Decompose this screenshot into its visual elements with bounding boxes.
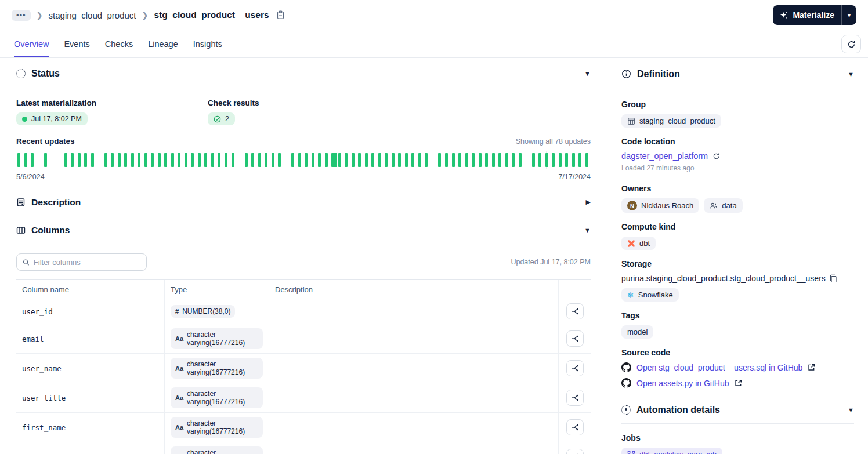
timeline-slot[interactable] [237,152,244,168]
collapse-caret-icon[interactable]: ▼ [584,227,591,234]
status-section-header[interactable]: Status ▼ [0,58,607,89]
timeline-slot[interactable] [123,152,130,168]
timeline-slot[interactable] [464,152,471,168]
materialization-bar[interactable] [151,153,154,167]
group-badge[interactable]: staging_cloud_product [621,114,721,128]
timeline-slot[interactable] [110,152,117,168]
materialization-bar[interactable] [158,153,161,167]
timeline-slot[interactable] [343,152,350,168]
open-column-lineage-button[interactable] [566,390,584,406]
definition-section-header[interactable]: Definition ▼ [621,58,854,90]
timeline-slot[interactable] [70,152,77,168]
timeline-slot[interactable] [30,152,37,168]
timeline-slot[interactable] [163,152,170,168]
materialization-bar[interactable] [191,153,194,167]
copy-storage-icon[interactable] [829,274,837,283]
timeline-slot[interactable] [444,152,451,168]
timeline-slot[interactable] [136,152,143,168]
timeline-slot[interactable] [303,152,310,168]
materialization-bar[interactable] [385,153,388,167]
materialization-bar[interactable] [358,153,361,167]
timeline-slot[interactable] [544,152,551,168]
materialization-bar[interactable] [84,153,87,167]
materialization-bar[interactable] [365,153,368,167]
expand-caret-icon[interactable]: ▶ [586,198,591,206]
timeline-slot[interactable] [77,152,84,168]
collapse-caret-icon[interactable]: ▼ [848,406,854,413]
materialization-bar[interactable] [371,153,374,167]
open-column-lineage-button[interactable] [566,419,584,435]
materialization-bar[interactable] [245,153,248,167]
timeline-slot[interactable] [197,152,204,168]
job-badge[interactable]: dbt_analytics_core_job [621,448,722,454]
timeline-slot[interactable] [270,152,277,168]
materialization-bar[interactable] [144,153,147,167]
materialization-bar[interactable] [425,153,428,167]
timeline-slot[interactable] [370,152,377,168]
timeline-slot[interactable] [23,152,30,168]
timeline-slot[interactable] [497,152,504,168]
timeline-slot[interactable] [537,152,544,168]
materialization-bar[interactable] [265,153,267,167]
timeline-slot[interactable] [290,152,297,168]
timeline-slot[interactable] [103,152,110,168]
materialization-bar[interactable] [78,153,81,167]
timeline-slot[interactable] [457,152,464,168]
timeline-slot[interactable] [176,152,183,168]
materialization-bar[interactable] [164,153,167,167]
storage-platform-badge[interactable]: ❄ Snowflake [621,288,679,302]
timeline-slot[interactable] [310,152,317,168]
timeline-slot[interactable] [524,152,531,168]
materialization-bar[interactable] [71,153,74,167]
filter-columns-input[interactable] [34,258,140,267]
materialization-bar[interactable] [498,153,501,167]
timeline-slot[interactable] [244,152,251,168]
materialization-bar[interactable] [17,153,20,167]
materialization-bar[interactable] [131,153,134,167]
timeline-slot[interactable] [384,152,390,168]
timeline-slot[interactable] [577,152,584,168]
timeline-slot[interactable] [16,152,23,168]
timeline-slot[interactable] [551,152,558,168]
materialization-bar[interactable] [572,153,575,167]
timeline-slot[interactable] [564,152,571,168]
materialization-bar[interactable] [251,153,254,167]
materialization-bar[interactable] [552,153,555,167]
timeline-slot[interactable] [250,152,257,168]
tag-badge[interactable]: model [621,325,653,339]
materialization-bar[interactable] [331,153,337,167]
owner-user-badge[interactable]: N Nicklaus Roach [621,198,699,213]
timeline-slot[interactable] [504,152,511,168]
materialization-bar[interactable] [204,153,207,167]
materialization-bar[interactable] [225,153,227,167]
timeline-slot[interactable] [297,152,304,168]
materialization-bar[interactable] [458,153,461,167]
timeline-slot[interactable] [491,152,498,168]
materialization-bar[interactable] [519,153,522,167]
timeline-slot[interactable] [410,152,417,168]
materialization-bar[interactable] [104,153,107,167]
materialize-dropdown-button[interactable]: ▾ [841,5,856,25]
timeline-slot[interactable] [143,152,150,168]
materialization-bar[interactable] [485,153,488,167]
materialization-bar[interactable] [138,153,140,167]
timeline-slot[interactable] [56,152,63,168]
materialization-bar[interactable] [218,153,220,167]
timeline-slot[interactable] [170,152,177,168]
timeline-slot[interactable] [263,152,270,168]
materialization-bar[interactable] [452,153,455,167]
materialization-bar[interactable] [272,153,274,167]
timeline-slot[interactable] [130,152,137,168]
timeline-slot[interactable] [83,152,90,168]
open-sql-in-github-link[interactable]: Open stg_cloud_product__users.sql in Git… [636,363,802,372]
materialization-bar[interactable] [418,153,421,167]
materialization-bar[interactable] [438,153,441,167]
timeline-slot[interactable] [317,152,324,168]
materialization-bar[interactable] [465,153,468,167]
timeline-slot[interactable] [183,152,190,168]
timeline-slot[interactable] [518,152,525,168]
timeline-slot[interactable] [511,152,518,168]
recent-updates-timeline[interactable] [16,151,591,169]
timeline-slot[interactable] [96,152,103,168]
code-location-link[interactable]: dagster_open_platform [621,151,708,161]
